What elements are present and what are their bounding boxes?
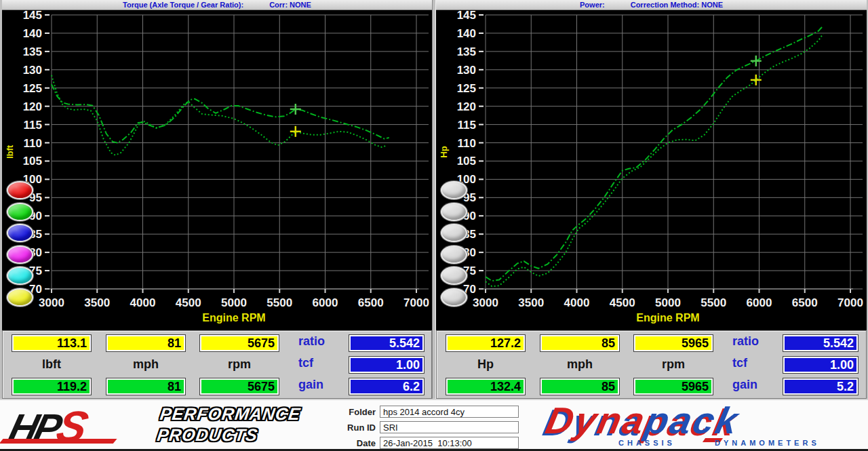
svg-text:4000: 4000: [564, 296, 590, 309]
svg-text:5500: 5500: [701, 296, 726, 309]
ratio-label: ratio: [732, 334, 780, 349]
hps-logo-swoosh: [0, 439, 117, 444]
svg-text:4500: 4500: [176, 296, 201, 309]
series-previous-run-dashdot: [52, 84, 389, 142]
power-panel: Power: Correction Method: NONE 707580859…: [436, 0, 868, 330]
torque-titlebar: Torque (Axle Torque / Gear Ratio): Corr:…: [2, 0, 432, 10]
run-select-buttons-left: [7, 10, 39, 330]
dynapack-wordmark: Dynapack: [542, 399, 743, 442]
hps-tagline-line1: PERFORMANCE: [159, 404, 302, 425]
svg-text:3500: 3500: [84, 296, 110, 309]
run-select-button-1[interactable]: [441, 181, 467, 199]
power-chart: 7075808590951001051101151201251301351401…: [436, 10, 868, 330]
folder-field[interactable]: hps 2014 accord 4cy: [380, 406, 519, 418]
mph-unit-label: mph: [540, 357, 620, 372]
date-label: Date: [338, 438, 380, 448]
dynapack-pack: pack: [642, 399, 744, 442]
run-select-button-2[interactable]: [441, 203, 467, 221]
series-current-run-dotted: [486, 34, 823, 286]
rpm-unit-label: rpm: [199, 357, 279, 372]
torque-cursor-value: 113.1: [12, 334, 92, 352]
power-correction-label: Correction Method: NONE: [631, 1, 723, 9]
svg-text:7000: 7000: [403, 296, 429, 309]
hps-logo: HPS: [5, 401, 160, 446]
dynapack-dyna: Dyna: [542, 399, 650, 442]
torque-panel: Torque (Axle Torque / Gear Ratio): Corr:…: [0, 0, 432, 330]
torque-chart-area: 7075808590951001051101151201251301351401…: [2, 10, 432, 330]
run-info: Folder hps 2014 accord 4cy Run ID SRI Da…: [338, 406, 528, 451]
folder-label: Folder: [338, 407, 380, 417]
tcf-label: tcf: [298, 356, 346, 370]
run-select-button-3[interactable]: [7, 224, 33, 242]
torque-ref-value: 119.2: [12, 378, 92, 395]
power-unit-label: Hp: [446, 357, 526, 372]
series-previous-run-dashdot: [486, 26, 823, 281]
run-select-button-4[interactable]: [7, 246, 33, 264]
date-field[interactable]: 26-Jan-2015 10:13:00: [380, 437, 519, 449]
torque-cursor-rpm: 5675: [199, 334, 279, 352]
torque-title: Torque (Axle Torque / Gear Ratio):: [123, 1, 243, 9]
svg-text:Engine RPM: Engine RPM: [636, 312, 699, 323]
ratio-value: 5.542: [349, 334, 425, 352]
svg-text:3000: 3000: [39, 296, 64, 309]
power-cursor-mph: 85: [540, 334, 620, 352]
run-select-button-5[interactable]: [441, 267, 467, 285]
svg-text:4000: 4000: [130, 296, 156, 309]
run-select-button-6[interactable]: [441, 288, 467, 307]
gain-label: gain: [732, 378, 780, 392]
gain-value: 6.2: [349, 378, 425, 395]
power-readout-panel: 127.2 85 5965 Hp mph rpm 132.4 85 5965 r…: [436, 330, 867, 399]
tcf-value: 1.00: [783, 356, 859, 374]
ratio-value: 5.542: [783, 334, 859, 352]
run-select-button-1[interactable]: [7, 181, 33, 199]
run-select-button-4[interactable]: [441, 246, 467, 264]
svg-text:3500: 3500: [518, 296, 544, 309]
tcf-label: tcf: [732, 356, 780, 370]
torque-cursor-mph: 81: [106, 334, 186, 352]
ratio-label: ratio: [298, 334, 346, 349]
footer: HPS PERFORMANCE PRODUCTS Folder hps 2014…: [0, 399, 868, 451]
run-select-buttons-right: [441, 10, 473, 330]
svg-text:6500: 6500: [358, 296, 384, 309]
torque-readout-panel: 113.1 81 5675 lbft mph rpm 119.2 81 5675…: [2, 330, 432, 399]
gain-value: 5.2: [783, 378, 859, 395]
svg-text:6000: 6000: [747, 296, 772, 309]
run-select-button-3[interactable]: [441, 224, 467, 242]
run-select-button-5[interactable]: [7, 267, 33, 285]
svg-text:4500: 4500: [610, 296, 635, 309]
torque-unit-label: lbft: [12, 357, 92, 372]
power-title: Power:: [580, 1, 605, 9]
svg-text:5500: 5500: [267, 296, 292, 309]
power-ref-mph: 85: [540, 378, 620, 395]
gain-label: gain: [298, 378, 346, 392]
torque-chart: 7075808590951001051101151201251301351401…: [2, 10, 434, 330]
svg-text:6000: 6000: [313, 296, 338, 309]
run-select-button-2[interactable]: [7, 203, 33, 221]
torque-correction-label: Corr: NONE: [269, 1, 311, 9]
rpm-unit-label: rpm: [633, 357, 713, 372]
power-titlebar: Power: Correction Method: NONE: [436, 0, 867, 10]
tcf-value: 1.00: [349, 356, 425, 374]
power-ref-rpm: 5965: [633, 378, 713, 395]
svg-text:7000: 7000: [837, 296, 863, 309]
mph-unit-label: mph: [106, 357, 186, 372]
dynapack-chassis-label: CHASSIS: [618, 439, 675, 447]
run-select-button-6[interactable]: [7, 288, 33, 307]
hps-tagline-line2: PRODUCTS: [156, 425, 299, 446]
svg-text:5000: 5000: [221, 296, 247, 309]
torque-ref-rpm: 5675: [199, 378, 279, 395]
svg-text:3000: 3000: [473, 296, 498, 309]
series-current-run-dotted: [52, 75, 387, 155]
chart-row: Torque (Axle Torque / Gear Ratio): Corr:…: [0, 0, 868, 330]
svg-text:6500: 6500: [792, 296, 818, 309]
power-chart-area: 7075808590951001051101151201251301351401…: [436, 10, 867, 330]
run-id-label: Run ID: [338, 423, 380, 433]
dynapack-dynamometers-label: DYNAMOMETERS: [715, 439, 820, 447]
run-id-field[interactable]: SRI: [380, 421, 519, 433]
svg-text:5000: 5000: [655, 296, 681, 309]
dynapack-logo: Dynapack CHASSIS DYNAMOMETERS: [547, 400, 842, 450]
hps-tagline: PERFORMANCE PRODUCTS: [156, 404, 302, 446]
power-cursor-value: 127.2: [446, 334, 526, 352]
torque-ref-mph: 81: [106, 378, 186, 395]
readout-row: 113.1 81 5675 lbft mph rpm 119.2 81 5675…: [0, 330, 868, 399]
